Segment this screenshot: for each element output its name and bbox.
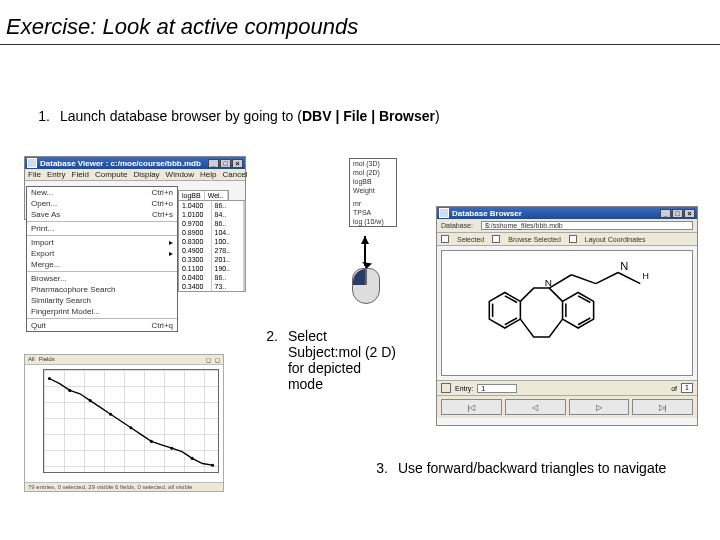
svg-marker-10 xyxy=(361,236,369,244)
entry-field[interactable]: 1 xyxy=(477,384,517,393)
step-2-l1: Select xyxy=(288,328,396,344)
nav-first-button[interactable]: |◁ xyxy=(441,399,502,415)
app-icon xyxy=(439,208,449,218)
menu-item-import[interactable]: Import▸ xyxy=(27,237,177,248)
close-button[interactable]: × xyxy=(684,209,695,218)
menu-item-quit[interactable]: QuitCtrl+q xyxy=(27,320,177,331)
entry-box[interactable] xyxy=(441,383,451,393)
database-browser-window: Database Browser _ □ × Database: $:/ssho… xyxy=(436,206,698,426)
menu-item-similarity[interactable]: Similarity Search xyxy=(27,295,177,306)
label-selected: Selected xyxy=(457,236,484,243)
nav-bar: |◁ ◁ ▷ ▷| xyxy=(437,395,697,418)
menu-entry[interactable]: Entry xyxy=(47,170,66,179)
dd-mol2d[interactable]: mol (2D) xyxy=(350,168,396,177)
label-layout: Layout Coordinates xyxy=(585,236,646,243)
window-buttons: _ □ × xyxy=(659,209,695,218)
svg-point-5 xyxy=(150,440,153,443)
app-icon xyxy=(27,158,37,168)
step-2-l3: for depicted xyxy=(288,360,396,376)
close-button[interactable]: × xyxy=(232,159,243,168)
dd-mol3d[interactable]: mol (3D) xyxy=(350,159,396,168)
data-rows: 1.040086.. 1.010084.. 0.970086.. 0.89001… xyxy=(178,200,246,292)
step-1-bold: DBV | File | Browser xyxy=(302,108,435,124)
svg-marker-15 xyxy=(563,293,594,329)
svg-point-1 xyxy=(68,389,71,392)
svg-point-2 xyxy=(89,399,92,402)
submenu-arrow-icon: ▸ xyxy=(169,238,173,247)
window-buttons: _ □ × xyxy=(207,159,243,168)
file-menu: New...Ctrl+n Open...Ctrl+o Save AsCtrl+s… xyxy=(26,186,178,332)
svg-line-21 xyxy=(596,273,618,284)
svg-point-3 xyxy=(109,413,112,416)
entry-row: Entry: 1 of 1 xyxy=(437,380,697,395)
svg-line-19 xyxy=(549,275,571,288)
page-title: Exercise: Look at active compounds xyxy=(0,0,720,45)
entry-label: Entry: xyxy=(455,385,473,392)
menu-file[interactable]: File xyxy=(28,170,41,179)
menu-item-pharmacophore[interactable]: Pharmacophore Search xyxy=(27,284,177,295)
menu-window[interactable]: Window xyxy=(166,170,194,179)
total-box: 1 xyxy=(681,383,693,393)
menu-item-saveas[interactable]: Save AsCtrl+s xyxy=(27,209,177,220)
step-2-l2: Subject:mol (2 D) xyxy=(288,344,396,360)
chart-all[interactable]: All xyxy=(28,356,35,363)
chart-opt-1[interactable]: ◻ xyxy=(206,356,211,363)
menu-sep xyxy=(27,221,177,222)
dd-log10w[interactable]: log (10/w) xyxy=(350,217,396,226)
check-selected[interactable] xyxy=(441,235,449,243)
menu-item-export[interactable]: Export▸ xyxy=(27,248,177,259)
col-weight[interactable]: Wei.. xyxy=(205,191,228,200)
nav-prev-button[interactable]: ◁ xyxy=(505,399,566,415)
step-3-num: 3. xyxy=(370,460,394,476)
menu-item-browser[interactable]: Browser... xyxy=(27,273,177,284)
db-title-text: Database Browser xyxy=(452,209,522,218)
step-1-post: ) xyxy=(435,108,440,124)
minimize-button[interactable]: _ xyxy=(208,159,219,168)
molecule-icon: N H N xyxy=(456,257,678,379)
check-browse-selected[interactable] xyxy=(492,235,500,243)
dd-logbb[interactable]: logBB xyxy=(350,177,396,186)
db-toolbar-2: Selected Browse Selected Layout Coordina… xyxy=(437,233,697,246)
menu-sep xyxy=(27,271,177,272)
maximize-button[interactable]: □ xyxy=(220,159,231,168)
dd-mr[interactable]: mr xyxy=(350,199,396,208)
menu-item-fingerprint[interactable]: Fingerprint Model... xyxy=(27,306,177,317)
window-title-text: Database Viewer : c:/moe/course/bbb.mdb xyxy=(40,159,201,168)
chart-toolbar: All Fields ◻ ◻ xyxy=(25,355,223,365)
minimize-button[interactable]: _ xyxy=(660,209,671,218)
nav-next-button[interactable]: ▷ xyxy=(569,399,630,415)
label-browse-selected: Browse Selected xyxy=(508,236,561,243)
dd-tpsa[interactable]: TPSA xyxy=(350,208,396,217)
db-path-field[interactable]: $:/sshome_files/bbb.mdb xyxy=(481,221,693,230)
subject-dropdown[interactable]: mol (3D) mol (2D) logBB Weight mr TPSA l… xyxy=(349,158,397,227)
menu-compute[interactable]: Compute xyxy=(95,170,127,179)
menu-item-open[interactable]: Open...Ctrl+o xyxy=(27,198,177,209)
menu-sep xyxy=(27,318,177,319)
db-label: Database: xyxy=(441,222,473,229)
chart-status: 79 entries, 0 selected, 29 visible 6 fie… xyxy=(25,482,223,491)
nav-last-button[interactable]: ▷| xyxy=(632,399,693,415)
chart-fields[interactable]: Fields xyxy=(39,356,55,363)
menu-item-new[interactable]: New...Ctrl+n xyxy=(27,187,177,198)
check-layout[interactable] xyxy=(569,235,577,243)
menu-help[interactable]: Help xyxy=(200,170,216,179)
menu-field[interactable]: Field xyxy=(72,170,89,179)
menu-cancel[interactable]: Cancel xyxy=(223,170,248,179)
mouse-icon: ➤ xyxy=(352,268,380,304)
svg-point-4 xyxy=(129,426,132,429)
step-1-pre: Launch database browser by going to ( xyxy=(60,108,302,124)
menubar: File Entry Field Compute Display Window … xyxy=(25,169,245,181)
menu-item-print[interactable]: Print... xyxy=(27,223,177,234)
svg-text:H: H xyxy=(642,271,648,281)
svg-line-22 xyxy=(618,273,640,284)
svg-marker-11 xyxy=(489,293,520,329)
step-2-text: Select Subject:mol (2 D) for depicted mo… xyxy=(288,328,396,392)
maximize-button[interactable]: □ xyxy=(672,209,683,218)
menu-item-merge[interactable]: Merge... xyxy=(27,259,177,270)
col-logbb[interactable]: logBB xyxy=(179,191,205,200)
db-toolbar: Database: $:/sshome_files/bbb.mdb xyxy=(437,219,697,233)
chart-opt-2[interactable]: ◻ xyxy=(215,356,220,363)
dd-weight[interactable]: Weight xyxy=(350,186,396,195)
submenu-arrow-icon: ▸ xyxy=(169,249,173,258)
menu-display[interactable]: Display xyxy=(133,170,159,179)
